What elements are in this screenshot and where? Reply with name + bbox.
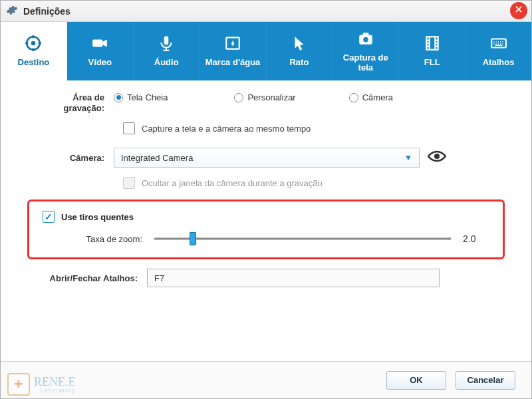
cancel-label: Cancelar [467,375,504,385]
tab-shortcuts[interactable]: Atalhos [466,22,531,80]
camera-select[interactable]: Integrated Camera ▼ [114,148,420,168]
radio-icon [114,93,123,102]
radio-icon [234,93,243,102]
svg-rect-9 [491,39,506,48]
hide-camera-label: Ocultar a janela da câmera durante a gra… [142,178,323,188]
content-area: Área de gravação: Tela Cheia Personaliza… [1,80,531,361]
shortcut-value: F7 [154,273,164,283]
shortcut-row: Abrir/Fechar Atalhos: F7 [34,269,498,287]
ok-button[interactable]: OK [386,371,446,390]
cursor-icon [289,35,310,54]
tab-label: Áudio [154,58,179,67]
tab-label: Rato [289,58,309,67]
brand-watermark: RENE.E Laboratory [7,373,76,396]
camera-label: Câmera: [34,153,114,163]
radio-camera[interactable]: Câmera [349,92,393,102]
titlebar: Definições [1,1,531,22]
zoom-slider[interactable] [154,232,451,245]
tab-label: Atalhos [483,58,515,67]
microphone-icon [156,35,177,54]
radio-fullscreen[interactable]: Tela Cheia [114,92,168,102]
svg-rect-6 [362,33,368,36]
tab-screenshot[interactable]: Captura de tela [332,22,399,80]
close-button[interactable] [510,2,527,19]
camera-selected: Integrated Camera [121,153,193,163]
slider-track [154,238,451,240]
checkbox-icon [43,211,55,223]
brand-logo-icon [7,373,30,396]
radio-custom[interactable]: Personalizar [234,92,295,102]
tab-fll[interactable]: FLL [399,22,466,80]
brand-line2: Laboratory [34,388,76,394]
settings-window: Definições Destino Vídeo Áudio Marca d'á… [0,0,532,399]
tab-label: Vídeo [88,58,112,67]
zoom-value: 2.0 [463,233,489,244]
checkbox-icon [123,122,135,134]
tab-label: FLL [424,58,440,67]
radio-label: Personalizar [247,92,295,102]
recording-area-row: Área de gravação: Tela Cheia Personaliza… [34,92,498,113]
film-icon [422,35,443,54]
eye-icon[interactable] [428,150,446,166]
shortcut-input[interactable]: F7 [147,269,440,287]
svg-rect-3 [164,37,169,45]
target-icon [23,35,44,54]
capture-both-row[interactable]: Capture a tela e a câmera ao mesmo tempo [123,122,498,134]
tab-watermark[interactable]: Marca d'água [200,22,267,80]
tabstrip: Destino Vídeo Áudio Marca d'água Rato Ca… [1,22,531,80]
tab-label: Destino [18,58,50,67]
watermark-icon [222,35,243,54]
checkbox-icon [123,177,135,189]
brand-line1: RENE.E [34,376,76,388]
cancel-button[interactable]: Cancelar [456,371,515,390]
close-icon [514,5,523,17]
svg-point-1 [31,41,36,46]
svg-rect-2 [92,40,102,47]
footer: RENE.E Laboratory OK Cancelar [1,361,531,398]
tab-mouse[interactable]: Rato [267,22,333,80]
svg-point-10 [434,154,440,159]
zoom-rate-label: Taxa de zoom: [43,234,142,244]
hide-camera-window-row: Ocultar a janela da câmera durante a gra… [123,177,498,189]
tab-video[interactable]: Vídeo [67,22,134,80]
recording-area-label: Área de gravação: [34,92,114,113]
chevron-down-icon: ▼ [404,153,412,162]
hotshots-highlight: Use tiros quentes Taxa de zoom: 2.0 [27,200,505,259]
capture-both-label: Capture a tela e a câmera ao mesmo tempo [142,124,311,134]
shortcut-label: Abrir/Fechar Atalhos: [34,273,147,283]
camera-icon [355,30,376,49]
hotshots-label: Use tiros quentes [61,212,134,222]
radio-icon [349,93,358,102]
svg-point-7 [363,37,368,43]
tab-audio[interactable]: Áudio [134,22,200,80]
ok-label: OK [410,375,423,385]
camera-row: Câmera: Integrated Camera ▼ [34,148,498,168]
recording-area-options: Tela Cheia Personalizar Câmera [114,92,498,102]
keyboard-icon [488,35,509,54]
slider-thumb[interactable] [190,232,196,245]
tab-label: Captura de tela [343,53,388,72]
radio-label: Tela Cheia [127,92,168,102]
zoom-row: Taxa de zoom: 2.0 [43,232,489,245]
window-title: Definições [23,6,70,17]
hotshots-checkbox-row[interactable]: Use tiros quentes [43,211,489,223]
gear-icon [6,4,18,19]
tab-label: Marca d'água [205,58,261,67]
tab-destino[interactable]: Destino [1,22,67,80]
video-icon [89,35,110,54]
radio-label: Câmera [362,92,393,102]
